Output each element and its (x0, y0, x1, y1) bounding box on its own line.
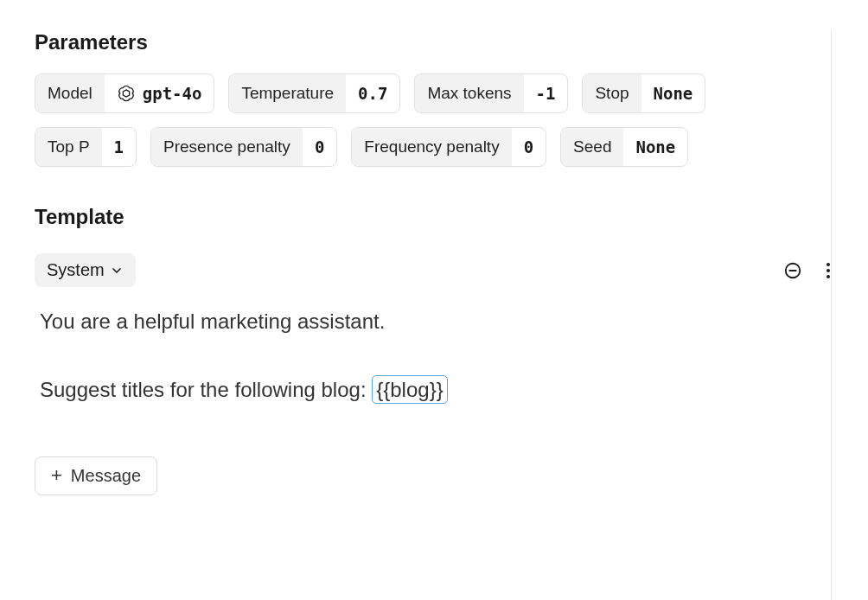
remove-message-button[interactable] (780, 258, 806, 284)
add-message-label: Message (71, 466, 141, 486)
more-options-button[interactable] (823, 259, 833, 282)
param-frequency-penalty-value: 0 (512, 128, 546, 166)
parameters-row-2: Top P 1 Presence penalty 0 Frequency pen… (35, 127, 833, 167)
param-top-p-value: 1 (102, 128, 136, 166)
param-stop[interactable]: Stop None (582, 73, 705, 113)
plus-icon: + (51, 466, 62, 485)
param-frequency-penalty-label: Frequency penalty (352, 128, 511, 166)
system-message-content[interactable]: You are a helpful marketing assistant. S… (40, 304, 833, 408)
param-temperature-label: Temperature (229, 74, 346, 112)
param-max-tokens[interactable]: Max tokens -1 (414, 73, 568, 113)
param-presence-penalty-value: 0 (303, 128, 336, 166)
param-stop-value: None (641, 74, 705, 112)
param-seed-value: None (623, 128, 687, 166)
message-actions (780, 258, 833, 284)
param-frequency-penalty[interactable]: Frequency penalty 0 (351, 127, 546, 167)
role-label: System (47, 260, 105, 280)
dots-vertical-icon (827, 263, 830, 278)
message-line-1: You are a helpful marketing assistant. (40, 304, 833, 340)
param-model-label: Model (35, 74, 105, 112)
chevron-down-icon (110, 264, 124, 278)
openai-icon (117, 84, 136, 103)
param-temperature-value: 0.7 (346, 74, 399, 112)
param-stop-label: Stop (583, 74, 641, 112)
param-model-value: gpt-4o (105, 74, 214, 112)
message-header-row: System (35, 253, 833, 287)
param-max-tokens-label: Max tokens (415, 74, 523, 112)
template-heading: Template (35, 205, 833, 229)
param-presence-penalty[interactable]: Presence penalty 0 (150, 127, 337, 167)
param-top-p-label: Top P (35, 128, 102, 166)
param-seed-label: Seed (561, 128, 623, 166)
param-seed[interactable]: Seed None (560, 127, 688, 167)
parameters-row-1: Model gpt-4o Temperature 0.7 Max tokens … (35, 73, 833, 113)
param-max-tokens-value: -1 (524, 74, 568, 112)
right-divider (831, 30, 832, 600)
param-presence-penalty-label: Presence penalty (151, 128, 303, 166)
role-selector[interactable]: System (35, 253, 136, 287)
param-top-p[interactable]: Top P 1 (35, 127, 137, 167)
param-temperature[interactable]: Temperature 0.7 (228, 73, 400, 113)
add-message-button[interactable]: + Message (35, 456, 157, 495)
param-model[interactable]: Model gpt-4o (35, 73, 214, 113)
minus-circle-icon (783, 261, 802, 280)
template-variable-blog[interactable]: {{blog}} (372, 375, 447, 404)
parameters-heading: Parameters (35, 30, 833, 54)
message-line-2: Suggest titles for the following blog: {… (40, 373, 833, 408)
